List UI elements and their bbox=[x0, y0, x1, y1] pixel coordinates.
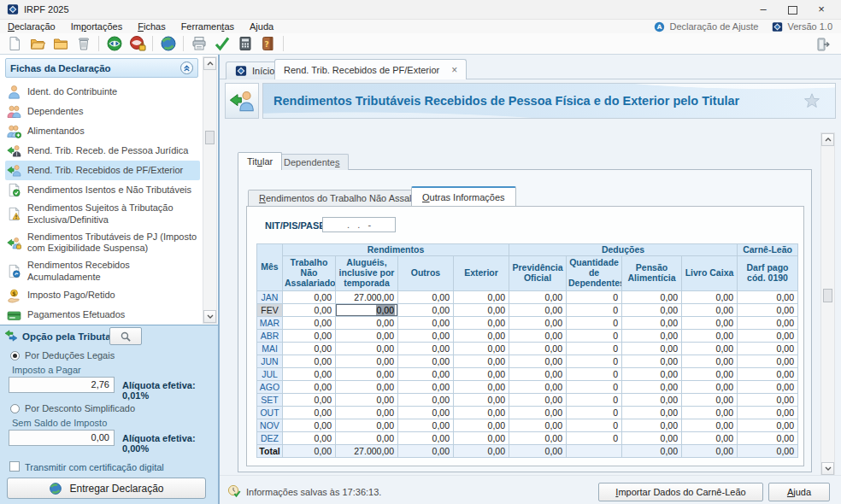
certificado-digital-checkbox[interactable] bbox=[9, 461, 20, 472]
table-cell[interactable]: 0,00 bbox=[622, 419, 682, 432]
month-cell[interactable]: OUT bbox=[257, 407, 283, 419]
tab-titular[interactable]: Titular bbox=[238, 152, 282, 170]
table-cell[interactable]: 0,00 bbox=[398, 330, 454, 343]
sem-saldo-value[interactable]: 0,00 bbox=[9, 430, 115, 446]
table-cell[interactable]: 0 bbox=[567, 368, 622, 381]
month-cell[interactable]: ABR bbox=[257, 330, 283, 343]
sidebar-item-alimentandos[interactable]: Alimentandos bbox=[5, 121, 200, 141]
table-cell[interactable]: 0,00 bbox=[509, 381, 567, 394]
table-cell[interactable]: 0,00 bbox=[682, 432, 738, 445]
new-document-button[interactable] bbox=[3, 34, 26, 53]
table-cell[interactable]: 0,00 bbox=[509, 419, 567, 432]
table-cell[interactable]: 0,00 bbox=[682, 419, 738, 432]
check-button[interactable] bbox=[210, 34, 233, 53]
menu-ajuda[interactable]: Ajuda bbox=[242, 21, 281, 32]
month-cell[interactable]: MAI bbox=[257, 343, 283, 355]
collapse-button[interactable] bbox=[180, 62, 193, 74]
table-cell[interactable]: 0,00 bbox=[336, 432, 398, 445]
table-cell[interactable]: 0,00 bbox=[622, 394, 682, 407]
table-cell[interactable]: 0,00 bbox=[622, 407, 682, 419]
table-cell[interactable]: 0 bbox=[567, 291, 622, 304]
table-cell[interactable]: 0,00 bbox=[454, 304, 509, 317]
table-cell[interactable]: 0,00 bbox=[454, 381, 509, 394]
importar-carne-leao-button[interactable]: Importar Dados do Carnê-Leão bbox=[598, 483, 763, 501]
table-cell[interactable]: 0,00 bbox=[398, 407, 454, 419]
table-cell[interactable]: 0 bbox=[567, 304, 622, 317]
table-cell[interactable]: 0,00 bbox=[336, 419, 398, 432]
sidebar-item-rend-trib-receb-de-pessoa-juridica[interactable]: Rend. Trib. Receb. de Pessoa Jurídica bbox=[5, 141, 200, 161]
table-cell[interactable]: 0,00 bbox=[283, 432, 336, 445]
table-cell[interactable]: 0,00 bbox=[283, 330, 336, 343]
transmit-lock-button[interactable] bbox=[126, 34, 149, 53]
scroll-down-icon[interactable] bbox=[821, 462, 834, 475]
table-cell[interactable]: 0,00 bbox=[283, 381, 336, 394]
table-cell[interactable]: 0,00 bbox=[454, 419, 509, 432]
month-cell[interactable]: FEV bbox=[257, 304, 283, 317]
table-cell[interactable]: 0 bbox=[567, 317, 622, 330]
tab-outras-informacoes[interactable]: Outras Informações bbox=[411, 186, 516, 206]
sidebar-item-rendimentos-recebidos-acumuladamente[interactable]: Rendimentos Recebidos Acumuladamente bbox=[5, 257, 200, 286]
table-cell[interactable]: 0,00 bbox=[454, 343, 509, 355]
table-cell[interactable]: 0,00 bbox=[509, 407, 567, 419]
close-button[interactable]: × bbox=[807, 0, 836, 19]
table-cell[interactable]: 0,00 bbox=[682, 330, 738, 343]
table-cell[interactable]: 0,00 bbox=[682, 394, 738, 407]
ajuda-button[interactable]: Ajuda bbox=[768, 483, 830, 501]
table-cell[interactable]: 0,00 bbox=[682, 291, 738, 304]
table-cell[interactable]: 0,00 bbox=[283, 419, 336, 432]
table-cell[interactable]: 0,00 bbox=[509, 368, 567, 381]
table-cell[interactable]: 0,00 bbox=[682, 343, 738, 355]
table-cell[interactable]: 0,00 bbox=[509, 394, 567, 407]
table-cell[interactable]: 0,00 bbox=[622, 368, 682, 381]
table-cell[interactable]: 0,00 bbox=[283, 394, 336, 407]
imposto-a-pagar-value[interactable]: 2,76 bbox=[9, 377, 115, 393]
table-cell[interactable]: 0,00 bbox=[682, 355, 738, 368]
folder-button[interactable] bbox=[49, 34, 72, 53]
scrollbar-thumb[interactable] bbox=[205, 131, 215, 144]
month-cell[interactable]: DEZ bbox=[257, 432, 283, 445]
table-cell[interactable]: 0 bbox=[567, 343, 622, 355]
table-cell[interactable]: 0,00 bbox=[454, 355, 509, 368]
table-cell[interactable]: 0,00 bbox=[738, 419, 798, 432]
main-scrollbar[interactable] bbox=[820, 132, 835, 476]
sidebar-item-rend-trib-recebidos-de-pfexterior[interactable]: Rend. Trib. Recebidos de PF/Exterior bbox=[5, 161, 200, 180]
table-cell[interactable]: 0,00 bbox=[336, 355, 398, 368]
entregar-declaracao-button[interactable]: Entregar Declaração bbox=[7, 478, 206, 499]
minimize-button[interactable]: – bbox=[749, 0, 778, 19]
tab-rend-trib-pf-exterior[interactable]: Rend. Trib. Recebidos de PF/Exterior × bbox=[274, 59, 467, 79]
table-cell[interactable]: 0,00 bbox=[622, 381, 682, 394]
tab-close-icon[interactable]: × bbox=[451, 64, 457, 76]
table-cell[interactable]: 0,00 bbox=[398, 368, 454, 381]
table-cell[interactable]: 0,00 bbox=[509, 355, 567, 368]
scroll-up-icon[interactable] bbox=[203, 57, 216, 70]
month-cell[interactable]: AGO bbox=[257, 381, 283, 394]
scrollbar-thumb[interactable] bbox=[823, 289, 832, 302]
table-cell[interactable]: 0,00 bbox=[622, 291, 682, 304]
table-cell[interactable]: 0 bbox=[567, 394, 622, 407]
radio-deducoes-legais[interactable] bbox=[10, 351, 20, 360]
table-cell[interactable]: 0,00 bbox=[336, 381, 398, 394]
table-cell[interactable]: 0,00 bbox=[398, 317, 454, 330]
sidebar-item-dependentes[interactable]: Dependentes bbox=[5, 102, 200, 121]
table-cell[interactable]: 0,00 bbox=[398, 304, 454, 317]
table-cell[interactable]: 0,00 bbox=[738, 317, 798, 330]
table-cell[interactable]: 0,00 bbox=[738, 432, 798, 445]
printer-button[interactable] bbox=[187, 34, 210, 53]
table-cell[interactable]: 0,00 bbox=[454, 291, 509, 304]
month-cell[interactable]: JAN bbox=[257, 291, 283, 304]
month-cell[interactable]: MAR bbox=[257, 317, 283, 330]
table-cell[interactable]: 0 bbox=[567, 330, 622, 343]
table-cell[interactable]: 0,00 bbox=[738, 291, 798, 304]
exit-button[interactable] bbox=[812, 35, 832, 53]
table-cell[interactable]: 0,00 bbox=[283, 304, 336, 317]
table-cell[interactable]: 0,00 bbox=[738, 368, 798, 381]
table-cell[interactable]: 0,00 bbox=[336, 368, 398, 381]
table-cell[interactable]: 0 bbox=[567, 381, 622, 394]
table-cell[interactable]: 0,00 bbox=[622, 355, 682, 368]
sidebar-item-ident-do-contribuinte[interactable]: Ident. do Contribuinte bbox=[5, 82, 200, 102]
transmit-button[interactable] bbox=[103, 34, 126, 53]
help-book-button[interactable]: ? bbox=[256, 34, 279, 53]
tab-dependentes[interactable]: Dependentes bbox=[274, 154, 349, 170]
table-cell[interactable]: 0,00 bbox=[454, 368, 509, 381]
table-cell[interactable]: 0,00 bbox=[738, 330, 798, 343]
